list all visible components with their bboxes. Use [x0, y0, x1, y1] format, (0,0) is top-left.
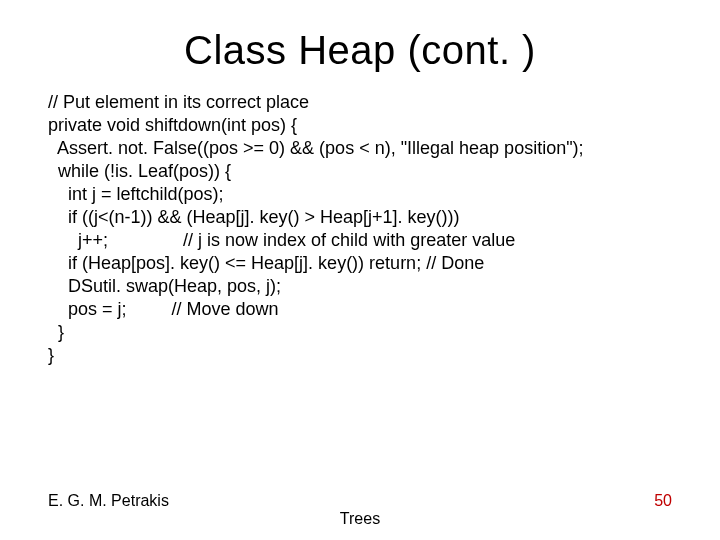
code-block: // Put element in its correct place priv…: [0, 91, 720, 367]
footer-author: E. G. M. Petrakis: [48, 492, 169, 510]
slide: Class Heap (cont. ) // Put element in it…: [0, 0, 720, 540]
footer-page-number: 50: [654, 492, 672, 510]
slide-title: Class Heap (cont. ): [0, 0, 720, 91]
footer-topic: Trees: [0, 510, 720, 528]
